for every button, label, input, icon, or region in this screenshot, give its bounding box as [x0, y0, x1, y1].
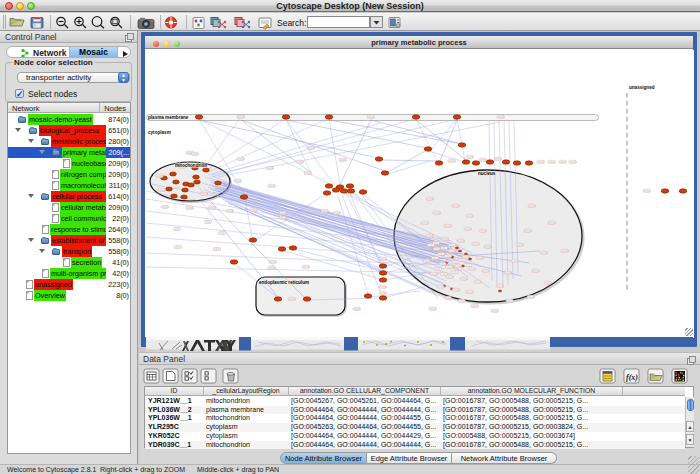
svg-text:endoplasmic reticulum: endoplasmic reticulum [259, 280, 309, 285]
svg-text:cytoplasm: cytoplasm [148, 130, 171, 135]
svg-text:Search:: Search: [277, 18, 306, 28]
svg-text:mitochondrion: mitochondrion [175, 163, 207, 168]
svg-text:nucleus: nucleus [478, 171, 496, 176]
svg-text:plasma membrane: plasma membrane [148, 115, 189, 120]
svg-text:f(x): f(x) [626, 373, 638, 382]
svg-text:unassigned: unassigned [629, 85, 655, 90]
